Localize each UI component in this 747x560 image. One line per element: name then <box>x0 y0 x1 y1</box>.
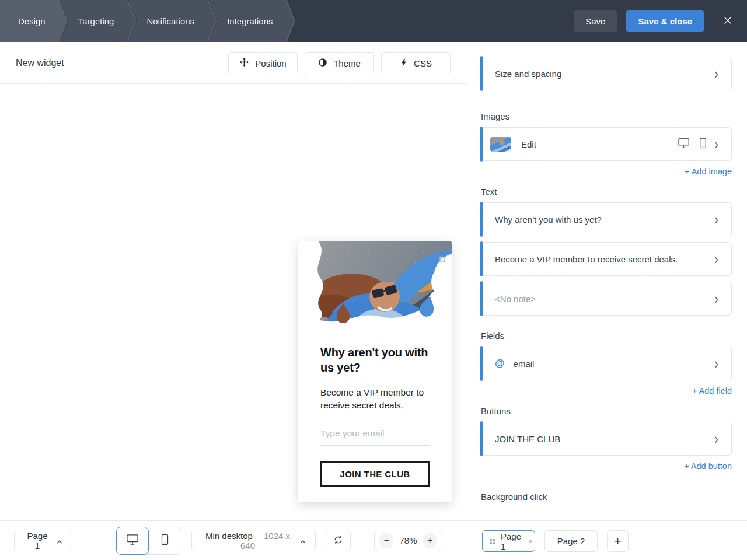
page-tab-label: Page 2 <box>557 536 585 546</box>
screen-size-dropdown[interactable]: Min desktop— 1024 x 640 <box>191 530 316 551</box>
add-page-button[interactable]: + <box>607 530 629 552</box>
mobile-view-button[interactable] <box>148 527 181 555</box>
widget-body: Why aren't you with us yet? Become a VIP… <box>298 325 452 487</box>
fields-section-label: Fields <box>481 331 732 341</box>
image-edit-card[interactable]: Edit › <box>480 127 732 161</box>
save-button[interactable]: Save <box>574 10 617 32</box>
mobile-icon <box>160 534 169 548</box>
settings-sidebar: Size and spacing › Images Edit › + Add i… <box>467 42 747 520</box>
drag-handle-icon[interactable] <box>490 539 495 544</box>
save-and-close-button[interactable]: Save & close <box>626 10 704 32</box>
contrast-icon <box>318 58 327 69</box>
page-select-label: Page 1 <box>24 531 51 551</box>
css-button-label: CSS <box>414 58 432 68</box>
text-card-body[interactable]: Become a VIP member to receive secret de… <box>480 242 732 276</box>
top-bar: Design Targeting Notifications Integrati… <box>0 0 747 42</box>
images-section-label: Images <box>481 111 732 121</box>
text-section-label: Text <box>481 187 732 197</box>
screen-size-label: Min desktop— <box>205 531 261 541</box>
page-tab-1[interactable]: Page 1 × <box>482 530 535 552</box>
css-button[interactable]: CSS <box>381 52 451 74</box>
desktop-icon <box>126 534 139 548</box>
lightning-bolt-icon <box>400 58 408 69</box>
theme-button-label: Theme <box>333 58 361 68</box>
chevron-right-icon: › <box>714 252 718 267</box>
move-icon <box>239 57 249 69</box>
chevron-right-icon: › <box>714 137 718 152</box>
size-and-spacing-label: Size and spacing <box>495 69 561 79</box>
at-sign-icon: @ <box>495 358 505 369</box>
zoom-level-value: 78% <box>399 536 417 545</box>
text-card-label: Become a VIP member to receive secret de… <box>495 254 678 264</box>
text-card-label: Why aren't you with us yet? <box>495 215 602 225</box>
chevron-right-icon: › <box>714 356 718 371</box>
content-row: New widget Position Theme CSS <box>0 42 747 520</box>
field-email-card[interactable]: @ email › <box>480 346 732 380</box>
close-page-icon[interactable]: × <box>528 537 533 546</box>
close-editor-button[interactable] <box>717 10 739 32</box>
rotate-icon <box>333 534 344 547</box>
size-and-spacing-card[interactable]: Size and spacing › <box>480 57 732 90</box>
zoom-in-button[interactable]: + <box>423 533 437 548</box>
widget-email-input[interactable] <box>320 425 430 446</box>
tab-targeting[interactable]: Targeting <box>60 0 135 42</box>
widget-hero-image[interactable] <box>298 241 452 325</box>
image-thumbnail <box>490 137 511 152</box>
text-card-heading[interactable]: Why aren't you with us yet? › <box>480 202 732 236</box>
widget-cta-button[interactable]: JOIN THE CLUB <box>320 461 430 487</box>
chevron-right-icon: › <box>714 432 718 446</box>
tab-integrations[interactable]: Integrations <box>209 0 294 42</box>
text-card-note[interactable]: <No note> › <box>480 282 732 316</box>
page-tabs: Page 1 × Page 2 + <box>482 530 629 552</box>
chevron-up-icon <box>300 536 306 545</box>
chevron-right-icon: › <box>714 66 718 81</box>
page-tab-label: Page 1 <box>501 531 521 551</box>
position-button-label: Position <box>255 58 286 68</box>
mobile-icon[interactable] <box>699 138 707 151</box>
close-icon <box>723 16 732 27</box>
image-resize-handle <box>439 257 445 262</box>
tab-design[interactable]: Design <box>0 0 67 42</box>
bottom-bar: Page 1 Min desktop— 1024 x 640 <box>0 520 747 560</box>
position-button[interactable]: Position <box>228 52 298 74</box>
background-click-section-label: Background click <box>481 492 732 502</box>
desktop-icon[interactable] <box>678 138 690 151</box>
add-image-link[interactable]: + Add image <box>480 167 732 176</box>
field-email-label: email <box>514 359 535 369</box>
button-card[interactable]: JOIN THE CLUB › <box>480 422 732 456</box>
add-field-link[interactable]: + Add field <box>480 386 732 396</box>
image-edit-label: Edit <box>521 139 536 149</box>
zoom-control: − 78% + <box>374 530 442 551</box>
zoom-out-button[interactable]: − <box>379 533 393 548</box>
desktop-view-button[interactable] <box>116 527 149 555</box>
chevron-right-icon: › <box>714 212 718 227</box>
theme-button[interactable]: Theme <box>305 52 374 74</box>
device-toggle-group <box>116 527 181 555</box>
tab-notifications[interactable]: Notifications <box>128 0 215 42</box>
chevron-up-icon <box>57 536 62 545</box>
buttons-section-label: Buttons <box>481 406 732 416</box>
widget-title: New widget <box>16 58 64 68</box>
widget-preview-card: Why aren't you with us yet? Become a VIP… <box>298 241 452 502</box>
sidebar-divider <box>467 84 467 520</box>
text-card-label: <No note> <box>495 294 536 304</box>
add-button-link[interactable]: + Add button <box>480 461 732 471</box>
chevron-right-icon: › <box>714 292 718 306</box>
page-select-dropdown[interactable]: Page 1 <box>14 530 72 551</box>
rotate-orientation-button[interactable] <box>326 530 351 551</box>
button-card-label: JOIN THE CLUB <box>495 434 560 444</box>
page-tab-2[interactable]: Page 2 <box>544 530 598 552</box>
widget-heading[interactable]: Why aren't you with us yet? <box>320 345 430 375</box>
widget-text[interactable]: Become a VIP member to receive secret de… <box>320 386 430 412</box>
